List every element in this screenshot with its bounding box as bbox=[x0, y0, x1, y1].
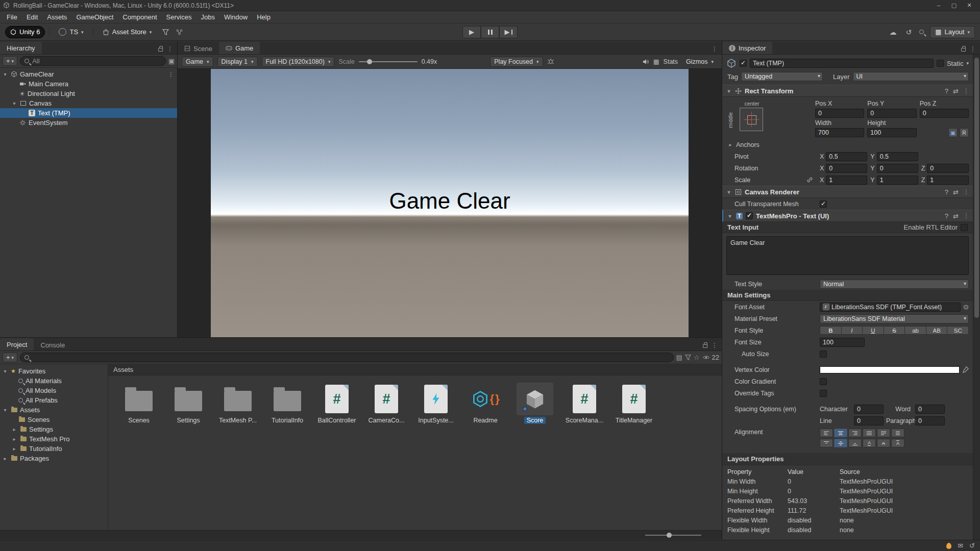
menu-services[interactable]: Services bbox=[162, 11, 197, 23]
foldout-closed-icon[interactable]: ▸ bbox=[11, 446, 17, 452]
character-spacing-field[interactable]: 0 bbox=[854, 405, 884, 414]
thumbnail-zoom-slider[interactable] bbox=[645, 535, 701, 536]
object-picker-icon[interactable]: ⊙ bbox=[963, 303, 969, 311]
asset-cameracontroller[interactable]: # CameraCo... bbox=[366, 383, 407, 424]
foldout-open-icon[interactable]: ▾ bbox=[726, 88, 732, 94]
hierarchy-item-scene[interactable]: ▾ GameClear ⋮ bbox=[0, 69, 177, 79]
tree-favorites[interactable]: ▾ ★ Favorites bbox=[0, 366, 108, 376]
asset-tutorialinfo[interactable]: TutorialInfo bbox=[267, 383, 308, 424]
cloud-icon[interactable]: ☁ bbox=[888, 28, 898, 36]
kebab-menu-icon[interactable]: ⋮ bbox=[970, 45, 976, 53]
align-bottom-button[interactable] bbox=[848, 439, 862, 447]
presets-icon[interactable]: ⇄ bbox=[953, 188, 959, 196]
layout-properties-header[interactable]: Layout Properties bbox=[722, 453, 973, 465]
unity-version-button[interactable]: Unity 6 bbox=[5, 26, 45, 38]
foldout-open-icon[interactable]: ▾ bbox=[2, 368, 8, 374]
display-dropdown[interactable]: Display 1▾ bbox=[217, 57, 258, 67]
step-button[interactable]: ▶ bbox=[499, 26, 518, 38]
notification-flame-icon[interactable] bbox=[946, 543, 951, 549]
strikethrough-button[interactable]: S bbox=[884, 326, 905, 335]
font-size-field[interactable]: 100 bbox=[820, 338, 865, 347]
filter-by-label-icon[interactable]: ☆ bbox=[694, 354, 700, 361]
layer-dropdown[interactable]: UI bbox=[853, 72, 969, 81]
asset-scoremanager[interactable]: # ScoreMana... bbox=[564, 383, 605, 424]
tree-folder-textmesh-pro[interactable]: ▸TextMesh Pro bbox=[0, 434, 108, 444]
tree-folder-settings[interactable]: ▸Settings bbox=[0, 424, 108, 434]
width-field[interactable]: 700 bbox=[815, 128, 864, 137]
menu-help[interactable]: Help bbox=[252, 11, 275, 23]
foldout-open-icon[interactable]: ▾ bbox=[2, 407, 8, 413]
raw-edit-mode-button[interactable]: R bbox=[960, 128, 969, 137]
font-asset-field[interactable]: F LiberationSans SDF (TMP_Font Asset) bbox=[820, 303, 961, 312]
tab-inspector[interactable]: i Inspector bbox=[722, 42, 772, 54]
align-flush-button[interactable] bbox=[877, 429, 890, 437]
kebab-menu-icon[interactable]: ⋮ bbox=[712, 342, 718, 349]
account-button[interactable]: TS ▾ bbox=[54, 26, 88, 38]
help-icon[interactable]: ? bbox=[945, 87, 948, 95]
material-preset-dropdown[interactable]: LiberationSans SDF Material bbox=[820, 314, 969, 323]
play-focused-dropdown[interactable]: Play Focused▾ bbox=[490, 57, 543, 67]
word-spacing-field[interactable]: 0 bbox=[915, 405, 945, 414]
pos-z-field[interactable]: 0 bbox=[920, 109, 969, 118]
canvas-renderer-header[interactable]: ▾ Canvas Renderer ? ⇄ ⋮ bbox=[722, 186, 973, 198]
hierarchy-search-input[interactable]: All bbox=[20, 56, 166, 66]
message-icon[interactable]: ✉ bbox=[958, 542, 963, 549]
align-center-button[interactable] bbox=[834, 429, 847, 437]
foldout-open-icon[interactable]: ▾ bbox=[727, 213, 733, 219]
tree-packages[interactable]: ▸ Packages bbox=[0, 454, 108, 463]
align-midline-button[interactable]: A bbox=[877, 439, 890, 447]
hierarchy-item-eventsystem[interactable]: EventSystem bbox=[0, 118, 177, 128]
height-field[interactable]: 100 bbox=[867, 128, 916, 137]
frame-debugger-icon[interactable] bbox=[547, 59, 554, 65]
tab-console[interactable]: Console bbox=[34, 339, 71, 350]
kebab-menu-icon[interactable]: ⋮ bbox=[963, 188, 969, 195]
open-in-search-icon[interactable]: ▤ bbox=[676, 354, 682, 361]
asset-scenes[interactable]: Scenes bbox=[118, 383, 159, 424]
asset-settings[interactable]: Settings bbox=[168, 383, 209, 424]
menu-gameobject[interactable]: GameObject bbox=[71, 11, 118, 23]
tree-assets[interactable]: ▾ Assets bbox=[0, 405, 108, 415]
add-asset-button[interactable]: +▾ bbox=[3, 353, 17, 362]
kebab-menu-icon[interactable]: ⋮ bbox=[963, 87, 969, 94]
tree-all-materials[interactable]: All Materials bbox=[0, 376, 108, 386]
presets-icon[interactable]: ⇄ bbox=[953, 87, 959, 95]
pivot-x-field[interactable]: 0.5 bbox=[826, 152, 867, 161]
filter-by-type-icon[interactable] bbox=[685, 355, 691, 360]
line-spacing-field[interactable]: 0 bbox=[854, 416, 884, 425]
component-enabled-checkbox[interactable] bbox=[746, 212, 753, 219]
color-gradient-checkbox[interactable] bbox=[820, 378, 827, 385]
align-justify-button[interactable] bbox=[863, 429, 876, 437]
stats-button[interactable]: Stats bbox=[664, 58, 678, 65]
foldout-open-icon[interactable]: ▾ bbox=[11, 101, 17, 106]
menu-file[interactable]: File bbox=[2, 11, 22, 23]
slider-thumb[interactable] bbox=[667, 533, 672, 538]
tab-project[interactable]: Project bbox=[0, 338, 34, 350]
text-input-area[interactable]: Game Clear bbox=[726, 236, 969, 275]
menu-jobs[interactable]: Jobs bbox=[196, 11, 219, 23]
main-settings-section[interactable]: Main Settings bbox=[722, 290, 973, 301]
kebab-menu-icon[interactable]: ⋮ bbox=[167, 45, 173, 53]
blueprint-mode-button[interactable]: ▣ bbox=[948, 128, 958, 137]
game-mode-dropdown[interactable]: Game▾ bbox=[182, 57, 213, 67]
asset-inputsystem[interactable]: InputSyste... bbox=[415, 383, 456, 424]
cull-transparent-mesh-checkbox[interactable] bbox=[820, 201, 827, 208]
text-input-section[interactable]: Text Input Enable RTL Editor bbox=[722, 222, 973, 233]
rotation-y-field[interactable]: 0 bbox=[877, 164, 918, 173]
scale-slider[interactable] bbox=[359, 61, 418, 62]
menu-assets[interactable]: Assets bbox=[42, 11, 71, 23]
hierarchy-item-directional-light[interactable]: ☀ Directional Light bbox=[0, 89, 177, 98]
vsync-grid-icon[interactable]: ▦ bbox=[653, 58, 659, 65]
lock-icon[interactable] bbox=[703, 344, 707, 348]
vertex-color-swatch[interactable] bbox=[820, 366, 960, 373]
lowercase-button[interactable]: ab bbox=[904, 326, 926, 335]
eyedropper-icon[interactable] bbox=[962, 366, 969, 373]
menu-window[interactable]: Window bbox=[219, 11, 252, 23]
bold-button[interactable]: B bbox=[820, 326, 842, 335]
lock-icon[interactable] bbox=[158, 48, 163, 52]
mute-audio-icon[interactable] bbox=[642, 59, 649, 65]
underline-button[interactable]: U bbox=[862, 326, 884, 335]
tree-all-models[interactable]: All Models bbox=[0, 386, 108, 395]
rtl-checkbox[interactable] bbox=[961, 224, 968, 231]
active-checkbox[interactable] bbox=[740, 60, 747, 67]
gizmos-dropdown[interactable]: Gizmos▾ bbox=[682, 57, 718, 67]
